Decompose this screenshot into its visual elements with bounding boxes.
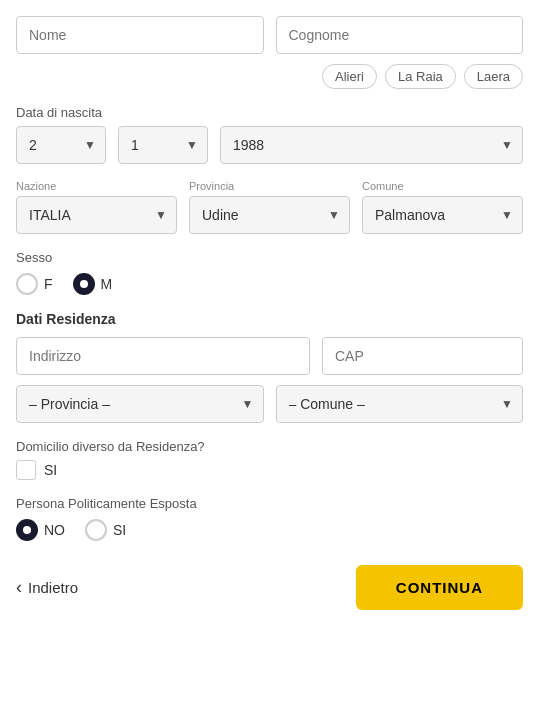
cognome-input[interactable] bbox=[276, 16, 524, 54]
sesso-label: Sesso bbox=[16, 250, 523, 265]
domicilio-section: Domicilio diverso da Residenza? SI bbox=[16, 439, 523, 480]
ppe-si-radio[interactable] bbox=[85, 519, 107, 541]
ppe-si-option[interactable]: SI bbox=[85, 519, 126, 541]
comune-group: Comune Palmanova ▼ bbox=[362, 180, 523, 234]
nazione-label: Nazione bbox=[16, 180, 177, 192]
name-row bbox=[16, 16, 523, 54]
sesso-radio-group: F M bbox=[16, 273, 523, 295]
ppe-no-label: NO bbox=[44, 522, 65, 538]
cap-input[interactable] bbox=[322, 337, 523, 375]
domicilio-label: Domicilio diverso da Residenza? bbox=[16, 439, 523, 454]
comune-res-wrapper: – Comune – ▼ bbox=[276, 385, 524, 423]
anno-wrapper: 1988 ▼ bbox=[220, 126, 523, 164]
nome-input[interactable] bbox=[16, 16, 264, 54]
mese-wrapper: 1 ▼ bbox=[118, 126, 208, 164]
domicilio-checkbox[interactable] bbox=[16, 460, 36, 480]
nazione-group: Nazione ITALIA ▼ bbox=[16, 180, 177, 234]
ppe-section: Persona Politicamente Esposta NO SI bbox=[16, 496, 523, 541]
provincia-res-wrapper: – Provincia – ▼ bbox=[16, 385, 264, 423]
ppe-no-radio[interactable] bbox=[16, 519, 38, 541]
back-icon: ‹ bbox=[16, 577, 22, 598]
address-row bbox=[16, 337, 523, 375]
anno-select[interactable]: 1988 bbox=[220, 126, 523, 164]
footer-row: ‹ Indietro CONTINUA bbox=[16, 565, 523, 610]
ppe-si-label: SI bbox=[113, 522, 126, 538]
comune-res-group: – Comune – ▼ bbox=[276, 385, 524, 423]
sesso-section: Sesso F M bbox=[16, 250, 523, 295]
provincia-comune-res-row: – Provincia – ▼ – Comune – ▼ bbox=[16, 385, 523, 423]
date-row: 2 ▼ 1 ▼ 1988 ▼ bbox=[16, 126, 523, 164]
nazione-wrapper: ITALIA ▼ bbox=[16, 196, 177, 234]
data-nascita-label: Data di nascita bbox=[16, 105, 523, 120]
indirizzo-input[interactable] bbox=[16, 337, 310, 375]
sesso-f-option[interactable]: F bbox=[16, 273, 53, 295]
nazione-select[interactable]: ITALIA bbox=[16, 196, 177, 234]
comune-res-select[interactable]: – Comune – bbox=[276, 385, 524, 423]
continua-button[interactable]: CONTINUA bbox=[356, 565, 523, 610]
provincia-wrapper: Udine ▼ bbox=[189, 196, 350, 234]
data-nascita-section: Data di nascita 2 ▼ 1 ▼ 1988 ▼ bbox=[16, 105, 523, 164]
suggestion-laera[interactable]: Laera bbox=[464, 64, 523, 89]
domicilio-si-label: SI bbox=[44, 462, 57, 478]
sesso-m-label: M bbox=[101, 276, 113, 292]
comune-select[interactable]: Palmanova bbox=[362, 196, 523, 234]
mese-select[interactable]: 1 bbox=[118, 126, 208, 164]
sesso-m-radio[interactable] bbox=[73, 273, 95, 295]
suggestions-row: Alieri La Raia Laera bbox=[16, 64, 523, 89]
provincia-res-select[interactable]: – Provincia – bbox=[16, 385, 264, 423]
ppe-no-option[interactable]: NO bbox=[16, 519, 65, 541]
comune-wrapper: Palmanova ▼ bbox=[362, 196, 523, 234]
ppe-radio-group: NO SI bbox=[16, 519, 523, 541]
giorno-select[interactable]: 2 bbox=[16, 126, 106, 164]
ppe-label: Persona Politicamente Esposta bbox=[16, 496, 523, 511]
sesso-m-option[interactable]: M bbox=[73, 273, 113, 295]
provincia-res-group: – Provincia – ▼ bbox=[16, 385, 264, 423]
dati-residenza-label: Dati Residenza bbox=[16, 311, 523, 327]
suggestion-alieri[interactable]: Alieri bbox=[322, 64, 377, 89]
sesso-f-radio[interactable] bbox=[16, 273, 38, 295]
back-button[interactable]: ‹ Indietro bbox=[16, 569, 78, 606]
nazione-provincia-comune-row: Nazione ITALIA ▼ Provincia Udine ▼ Comun… bbox=[16, 180, 523, 234]
suggestion-laraia[interactable]: La Raia bbox=[385, 64, 456, 89]
provincia-label: Provincia bbox=[189, 180, 350, 192]
dati-residenza-section: Dati Residenza – Provincia – ▼ – Comune … bbox=[16, 311, 523, 423]
back-label: Indietro bbox=[28, 579, 78, 596]
provincia-group: Provincia Udine ▼ bbox=[189, 180, 350, 234]
sesso-f-label: F bbox=[44, 276, 53, 292]
giorno-wrapper: 2 ▼ bbox=[16, 126, 106, 164]
domicilio-checkbox-row: SI bbox=[16, 460, 523, 480]
comune-label: Comune bbox=[362, 180, 523, 192]
provincia-select[interactable]: Udine bbox=[189, 196, 350, 234]
